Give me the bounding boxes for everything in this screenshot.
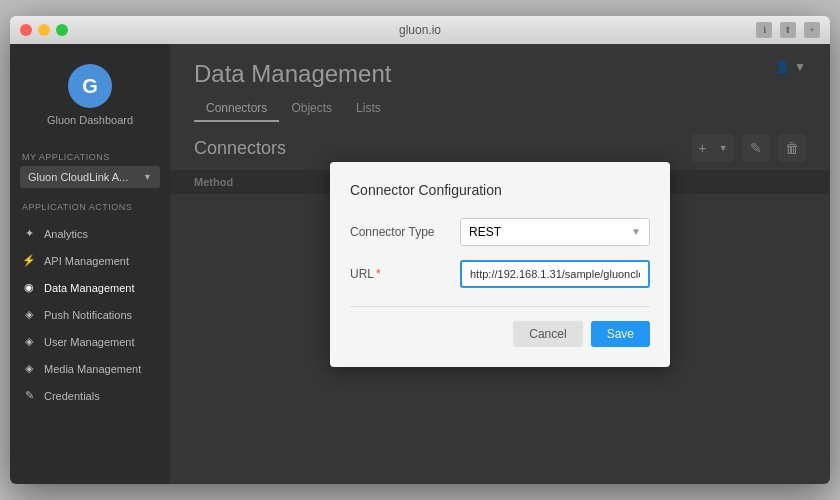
- url-label: URL*: [350, 267, 460, 281]
- sidebar-item-user[interactable]: ◈ User Management: [10, 328, 170, 355]
- connector-type-label: Connector Type: [350, 225, 460, 239]
- sidebar-logo: G Gluon Dashboard: [10, 54, 170, 142]
- sidebar-nav: ✦ Analytics ⚡ API Management ◉ Data Mana…: [10, 216, 170, 484]
- sidebar-item-label: API Management: [44, 255, 129, 267]
- sidebar-item-label: Media Management: [44, 363, 141, 375]
- titlebar-info-icon[interactable]: ℹ: [756, 22, 772, 38]
- modal-overlay: Connector Configuration Connector Type R…: [170, 44, 830, 484]
- window-title: gluon.io: [399, 23, 441, 37]
- titlebar-controls: ℹ ⬆ +: [756, 22, 820, 38]
- user-icon: ◈: [22, 335, 36, 348]
- maximize-button[interactable]: [56, 24, 68, 36]
- sidebar-brand: Gluon Dashboard: [47, 114, 133, 126]
- main-content: Data Management 👤 ▼ Connectors Objects L…: [170, 44, 830, 484]
- sidebar-item-label: Push Notifications: [44, 309, 132, 321]
- push-icon: ◈: [22, 308, 36, 321]
- titlebar-share-icon[interactable]: ⬆: [780, 22, 796, 38]
- credentials-icon: ✎: [22, 389, 36, 402]
- traffic-lights: [20, 24, 68, 36]
- url-input-wrapper: [460, 260, 650, 288]
- minimize-button[interactable]: [38, 24, 50, 36]
- sidebar-item-label: Credentials: [44, 390, 100, 402]
- app-body: G Gluon Dashboard MY APPLICATIONS Gluon …: [10, 44, 830, 484]
- logo-letter: G: [82, 75, 98, 98]
- sidebar-item-api[interactable]: ⚡ API Management: [10, 247, 170, 274]
- sidebar: G Gluon Dashboard MY APPLICATIONS Gluon …: [10, 44, 170, 484]
- data-icon: ◉: [22, 281, 36, 294]
- save-button[interactable]: Save: [591, 321, 650, 347]
- connector-type-value: REST: [469, 225, 501, 239]
- analytics-icon: ✦: [22, 227, 36, 240]
- mac-window: gluon.io ℹ ⬆ + G Gluon Dashboard MY APPL…: [10, 16, 830, 484]
- app-dropdown[interactable]: Gluon CloudLink A... ▼: [20, 166, 160, 188]
- url-input[interactable]: [460, 260, 650, 288]
- sidebar-item-label: Data Management: [44, 282, 135, 294]
- url-row: URL*: [350, 260, 650, 288]
- connector-type-row: Connector Type REST ▼: [350, 218, 650, 246]
- close-button[interactable]: [20, 24, 32, 36]
- sidebar-item-analytics[interactable]: ✦ Analytics: [10, 220, 170, 247]
- app-actions-label: APPLICATION ACTIONS: [10, 192, 170, 216]
- logo-circle: G: [68, 64, 112, 108]
- connector-config-modal: Connector Configuration Connector Type R…: [330, 162, 670, 367]
- titlebar: gluon.io ℹ ⬆ +: [10, 16, 830, 44]
- sidebar-item-media[interactable]: ◈ Media Management: [10, 355, 170, 382]
- cancel-button[interactable]: Cancel: [513, 321, 582, 347]
- sidebar-item-credentials[interactable]: ✎ Credentials: [10, 382, 170, 409]
- required-indicator: *: [376, 267, 381, 281]
- sidebar-item-label: User Management: [44, 336, 135, 348]
- sidebar-item-data[interactable]: ◉ Data Management: [10, 274, 170, 301]
- connector-type-select[interactable]: REST ▼: [460, 218, 650, 246]
- sidebar-item-label: Analytics: [44, 228, 88, 240]
- titlebar-add-icon[interactable]: +: [804, 22, 820, 38]
- sidebar-item-push[interactable]: ◈ Push Notifications: [10, 301, 170, 328]
- media-icon: ◈: [22, 362, 36, 375]
- select-chevron-icon: ▼: [631, 226, 641, 237]
- modal-footer: Cancel Save: [350, 306, 650, 347]
- api-icon: ⚡: [22, 254, 36, 267]
- app-name: Gluon CloudLink A...: [28, 171, 128, 183]
- modal-title: Connector Configuration: [350, 182, 650, 198]
- my-apps-label: MY APPLICATIONS: [10, 142, 170, 166]
- chevron-down-icon: ▼: [143, 172, 152, 182]
